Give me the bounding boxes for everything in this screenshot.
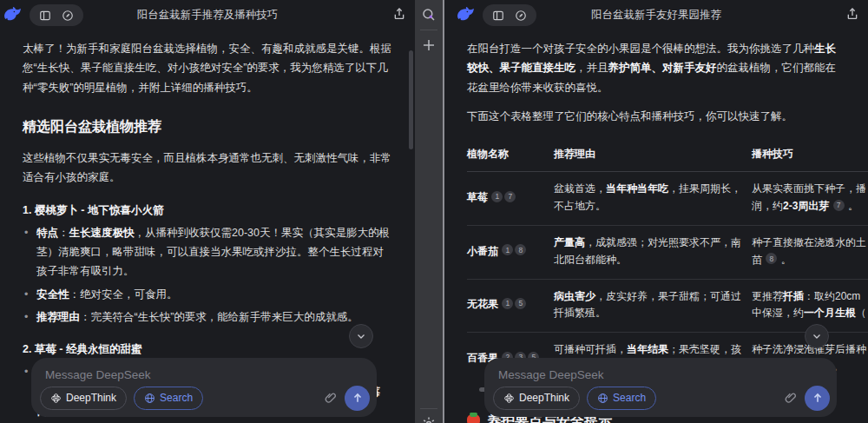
text: 更推荐 xyxy=(752,290,783,302)
table-row: 无花果 15病虫害少，皮实好养，果子甜糯；可通过扦插繁殖。更推荐扦插：取约20c… xyxy=(467,279,868,333)
table-header: 植物名称 xyxy=(467,138,554,172)
chat-title: 阳台盆栽新手友好果园推荐 xyxy=(444,8,868,23)
text: 可播种可扦插， xyxy=(554,343,627,355)
text: 。 xyxy=(845,200,858,212)
tips-cell: 种子直接撒在浇透水的土苗 8 。 xyxy=(752,225,868,279)
paragraph: 这些植物不仅果实无毒安全，而且植株本身通常也无刺、无刺激性气味，非常适合有小孩的… xyxy=(23,149,392,188)
bold-text: 当年结果 xyxy=(627,343,668,355)
heading-text: 精选阳台盆栽植物推荐 xyxy=(23,115,161,139)
bold-text: 病虫害少 xyxy=(554,290,595,302)
text: 中保湿，约 xyxy=(752,307,804,319)
table-row: 小番茄 18产量高，成就感强；对光照要求不严，南北阳台都能种。种子直接撒在浇透水… xyxy=(467,225,868,279)
text xyxy=(829,200,832,212)
share-icon[interactable] xyxy=(845,7,859,21)
globe-icon xyxy=(144,393,155,404)
chat-title: 阳台盆栽新手推荐及播种技巧 xyxy=(0,8,415,23)
attach-paperclip-icon[interactable] xyxy=(324,391,338,405)
search-label: Search xyxy=(160,392,193,404)
text: 盆栽首选， xyxy=(554,182,606,195)
deepthink-atom-icon xyxy=(503,393,515,404)
plant-name-cell: 小番茄 18 xyxy=(467,225,554,279)
text: 下面这个表格整理了它们的核心特点和播种技巧，你可以快速了解。 xyxy=(467,110,792,122)
bold-text: 推荐理由 xyxy=(36,311,80,323)
composer-toolbar: DeepThink Search xyxy=(40,386,370,410)
text: 在阳台打造一个对孩子安全的小果园是个很棒的想法。我为你挑选了几种 xyxy=(467,43,814,55)
text: ：取约20cm xyxy=(804,290,860,302)
message-composer[interactable]: Message DeepSeek DeepThink Search xyxy=(484,358,837,417)
citation-badge[interactable]: 8 xyxy=(766,253,777,264)
deepthink-atom-icon xyxy=(50,393,62,404)
reason-cell: 盆栽首选，当年种当年吃，挂果周期长，不占地方。 xyxy=(554,172,752,226)
plant-name: 无花果 xyxy=(467,298,501,310)
composer-toolbar: DeepThink Search xyxy=(493,386,830,410)
arrow-up-icon xyxy=(812,392,824,404)
list-item-heading: 1. 樱桃萝卜 - 地下惊喜小火箭 xyxy=(23,201,392,220)
web-search-button[interactable]: Search xyxy=(587,387,656,410)
globe-icon xyxy=(597,393,608,404)
deepthink-button[interactable]: DeepThink xyxy=(40,387,127,410)
citation-badge[interactable]: 7 xyxy=(833,200,845,211)
vertical-scrollbar-thumb[interactable] xyxy=(409,50,413,149)
citation-badge[interactable]: 1 xyxy=(502,244,513,255)
text: 这些植物不仅果实无毒安全，而且植株本身通常也无刺、无刺激性气味，非常适合有小孩的… xyxy=(23,152,391,183)
table-header: 播种技巧 xyxy=(752,138,868,172)
paragraph: 下面这个表格整理了它们的核心特点和播种技巧，你可以快速了解。 xyxy=(467,107,845,126)
paragraph: 在阳台打造一个对孩子安全的小果园是个很棒的想法。我为你挑选了几种生长较快、果子能… xyxy=(467,39,845,97)
bold-text: 安全性 xyxy=(36,288,69,301)
new-tab-plus-icon[interactable] xyxy=(421,37,437,53)
toolbar-divider xyxy=(420,30,437,30)
text: 种子直接撒在浇透水的土 xyxy=(752,236,866,248)
text: 苗 xyxy=(752,254,765,266)
table-header: 推荐理由 xyxy=(554,138,752,172)
scroll-to-bottom-button[interactable] xyxy=(805,324,829,348)
arrow-up-icon xyxy=(352,392,364,404)
send-button[interactable] xyxy=(805,386,830,411)
list-item: 特点：生长速度极快，从播种到收获仅需20-30天！果实（其实是膨大的根茎）清脆爽… xyxy=(23,223,392,281)
search-icon[interactable] xyxy=(421,7,437,23)
message-composer[interactable]: Message DeepSeek DeepThink Search xyxy=(31,358,377,417)
plant-name: 小番茄 xyxy=(467,245,501,257)
bullet-list: 特点：生长速度极快，从播种到收获仅需20-30天！果实（其实是膨大的根茎）清脆爽… xyxy=(23,223,392,327)
tips-cell: 更推荐扦插：取约20cm中保湿，约一个月生根（ xyxy=(752,279,868,333)
list-item-heading: 2. 草莓 - 经典永恒的甜蜜 xyxy=(23,340,392,359)
deepthink-label: DeepThink xyxy=(519,392,569,404)
share-icon[interactable] xyxy=(392,7,406,21)
bold-text: 2-3周出芽 xyxy=(783,200,829,212)
text: 。 xyxy=(778,254,791,266)
settings-gear-icon[interactable] xyxy=(421,416,437,423)
deepthink-button[interactable]: DeepThink xyxy=(493,387,580,410)
paragraph: 太棒了！为新手和家庭阳台盆栽选择植物，安全、有趣和成就感是关键。根据您“生长快、… xyxy=(23,39,392,97)
citation-badge[interactable]: 7 xyxy=(504,191,516,202)
list-item: 推荐理由：完美符合“生长快”的要求，能给新手带来巨大的成就感。 xyxy=(23,307,392,327)
plant-name: 草莓 xyxy=(467,191,490,203)
send-button[interactable] xyxy=(345,386,370,411)
bold-text: 当年种当年吃 xyxy=(606,182,668,195)
browser-vertical-toolbar xyxy=(415,0,443,423)
reason-cell: 病虫害少，皮实好养，果子甜糯；可通过扦插繁殖。 xyxy=(554,279,752,333)
plants-table: 植物名称推荐理由播种技巧草莓 17盆栽首选，当年种当年吃，挂果周期长，不占地方。… xyxy=(467,138,868,386)
table-row: 草莓 17盆栽首选，当年种当年吃，挂果周期长，不占地方。从果实表面挑下种子，播润… xyxy=(467,172,868,226)
text: （ xyxy=(856,307,866,319)
citation-badge[interactable]: 1 xyxy=(491,191,503,202)
reason-cell: 产量高，成就感强；对光照要求不严，南北阳台都能种。 xyxy=(554,225,752,279)
bold-text: 扦插 xyxy=(783,290,804,302)
citation-badge[interactable]: 8 xyxy=(515,244,526,255)
text: ，并且 xyxy=(575,62,608,74)
strawberry-emoji xyxy=(467,414,480,423)
web-search-button[interactable]: Search xyxy=(134,387,203,410)
citation-badge[interactable]: 1 xyxy=(502,298,513,309)
tips-cell: 从果实表面挑下种子，播润，约2-3周出芽 7 。 xyxy=(752,172,868,226)
bold-text: 特点 xyxy=(36,227,58,239)
scroll-to-bottom-button[interactable] xyxy=(349,324,373,348)
composer-placeholder: Message DeepSeek xyxy=(498,368,604,381)
text: 太棒了！为新手和家庭阳台盆栽选择植物，安全、有趣和成就感是关键。根据您“生长快、… xyxy=(23,43,391,94)
plant-name-cell: 草莓 17 xyxy=(467,172,554,226)
list-item: 安全性：绝对安全，可食用。 xyxy=(23,285,392,304)
citation-badge[interactable]: 5 xyxy=(515,298,526,309)
plant-name-cell: 无花果 15 xyxy=(467,279,554,333)
text: 润，约 xyxy=(752,200,783,212)
text: ： xyxy=(58,227,69,239)
deepseek-window-right: 阳台盆栽新手友好果园推荐 在阳台打造一个对孩子安全的小果园是个很棒的想法。我为你… xyxy=(443,0,868,423)
attach-paperclip-icon[interactable] xyxy=(784,391,798,405)
window-header: 阳台盆栽新手友好果园推荐 xyxy=(444,0,868,28)
